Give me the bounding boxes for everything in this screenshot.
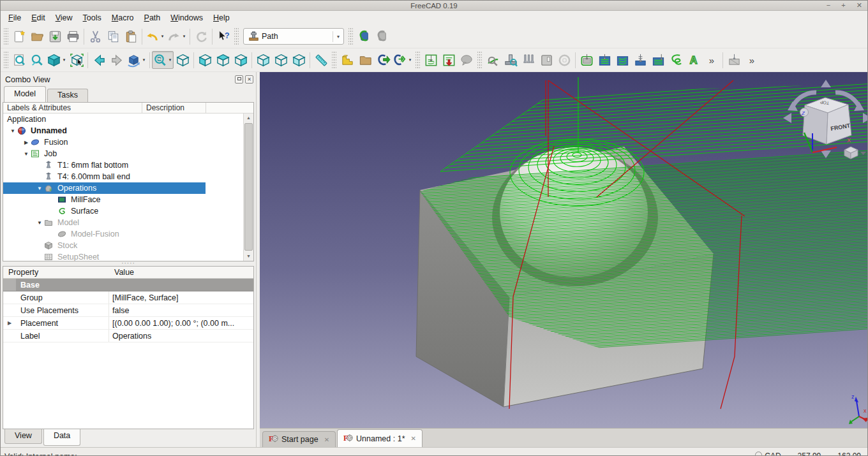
property-row-use-placements[interactable]: Use Placementsfalse [3,304,253,317]
property-row-label[interactable]: LabelOperations [3,330,253,342]
active-ops-button[interactable] [555,51,573,69]
tab-data[interactable]: Data [43,429,80,446]
scroll-thumb[interactable] [244,123,253,251]
paste-button[interactable] [122,27,140,45]
job-template-button[interactable] [356,51,374,69]
tree-expander-icon[interactable]: ▼ [8,128,17,134]
inspect-gcode-button[interactable] [422,51,440,69]
view-right-button[interactable] [232,51,250,69]
export-template-button[interactable] [374,51,392,69]
tree-item-application[interactable]: Application [3,114,243,125]
property-value[interactable]: false [109,306,253,315]
new-file-button[interactable] [10,27,28,45]
property-value[interactable]: [(0.00 0.00 1.00); 0.00 °; (0.00 m... [109,319,253,328]
workbench-selector[interactable]: Path▾ [243,28,344,45]
job-button[interactable] [338,51,356,69]
copy-button[interactable] [104,27,122,45]
toolbar-grip[interactable] [234,28,239,45]
panel-splitter[interactable]: ····· [1,261,256,266]
cut-button[interactable] [86,27,104,45]
toolbit-library-button[interactable] [520,51,537,69]
navigation-style-icon[interactable] [755,452,762,455]
minimize-button[interactable]: − [827,1,830,9]
refresh-button[interactable] [192,27,210,45]
view-axonometric-button[interactable] [174,51,191,69]
path-inspect-button[interactable] [484,51,502,69]
view-rear-button[interactable] [254,51,272,69]
redo-button-dropdown[interactable]: ▾ [181,34,187,39]
tree-item-t1[interactable]: T1: 6mm flat bottom [3,159,243,171]
workbench-caret-icon[interactable]: ▾ [333,31,341,42]
property-row-group[interactable]: Group[MillFace, Surface] [3,291,253,304]
column-description[interactable]: Description [142,103,206,113]
create-group-button[interactable] [373,27,391,45]
tree-expander-icon[interactable]: ▼ [22,151,31,157]
toolbar-grip[interactable] [477,52,482,68]
tab-tasks[interactable]: Tasks [47,89,88,102]
create-part-button[interactable] [355,27,373,45]
zoom-tools-button[interactable]: ▾ [152,51,174,69]
navigation-style-label[interactable]: CAD [765,452,781,455]
box-selection-button[interactable] [68,51,86,69]
post-process-button-dropdown[interactable]: ▾ [407,57,413,63]
menu-view[interactable]: View [50,12,78,24]
profile-button[interactable] [578,51,595,69]
print-button[interactable] [64,27,82,45]
menu-windows[interactable]: Windows [165,12,208,24]
toolbar-grip[interactable] [348,28,353,45]
close-panel-button[interactable]: ✕ [245,75,253,84]
tree-expander-icon[interactable]: ▼ [35,186,44,191]
cam-simulator-button[interactable] [502,51,520,69]
column-labels-attributes[interactable]: Labels & Attributes [3,103,142,113]
property-group-base[interactable]: Base [3,279,253,291]
fit-selection-button[interactable] [28,51,46,69]
tree-scrollbar[interactable]: ▲ ▼ [243,114,253,261]
undo-button[interactable]: ▾ [144,27,166,45]
tree-item-fusion[interactable]: ▶Fusion [3,136,243,148]
toolbar-overflow-button[interactable]: » [743,51,761,69]
property-value[interactable]: Operations [109,332,253,341]
toolbar-grip[interactable] [4,52,8,68]
draw-style-button-dropdown[interactable]: ▾ [61,57,67,63]
whats-this-button[interactable]: ? [214,27,232,45]
view-top-button[interactable] [214,51,232,69]
menu-edit[interactable]: Edit [26,12,50,24]
set-view-button[interactable]: ▾ [126,51,147,69]
toolbit-dock-button[interactable] [537,51,555,69]
drilling-button[interactable] [631,51,649,69]
open-file-button[interactable] [28,27,46,45]
operations-overflow-button[interactable]: » [703,51,721,69]
tree-item-job[interactable]: ▼Job [3,148,243,159]
menu-file[interactable]: File [3,12,26,24]
menu-macro[interactable]: Macro [107,12,139,24]
toolbar-grip[interactable] [415,52,420,68]
save-button[interactable] [46,27,64,45]
toolbar-grip[interactable] [332,52,336,68]
3d-viewport[interactable]: TOP FRONT Z X [260,72,867,428]
view-front-button[interactable] [196,51,214,69]
deburr-button[interactable] [725,51,743,69]
post-process-button[interactable]: ▾ [392,51,414,69]
property-expander-icon[interactable]: ▶ [3,317,16,329]
set-view-button-dropdown[interactable]: ▾ [141,57,147,63]
mdi-tab-start-page[interactable]: FStart page✕ [262,431,336,447]
toolbar-grip[interactable] [4,28,8,45]
measure-distance-button[interactable] [312,51,330,69]
3d-scene[interactable]: TOP FRONT Z X [260,72,867,428]
helix-button[interactable] [667,51,685,69]
tree-item-surface[interactable]: Surface [3,205,243,217]
fit-all-button[interactable] [10,51,28,69]
undo-button-dropdown[interactable]: ▾ [160,34,165,39]
close-tab-icon[interactable]: ✕ [411,435,416,442]
mdi-tab-unnamed-1[interactable]: FUnnamed : 1*✕ [337,429,423,447]
property-value[interactable]: [MillFace, Surface] [109,293,253,302]
view-left-button[interactable] [290,51,308,69]
tree-item-model[interactable]: ▼Model [3,217,243,228]
tree-item-millface[interactable]: MillFace [3,194,243,205]
titlebar[interactable]: FreeCAD 0.19 − + ✕ [1,1,867,11]
export-gcode-button[interactable] [440,51,458,69]
tree-expander-icon[interactable]: ▶ [22,140,31,145]
scroll-down-button[interactable]: ▼ [244,252,253,261]
view-bottom-button[interactable] [272,51,290,69]
tree-item-setupsheet[interactable]: SetupSheet [3,251,243,261]
